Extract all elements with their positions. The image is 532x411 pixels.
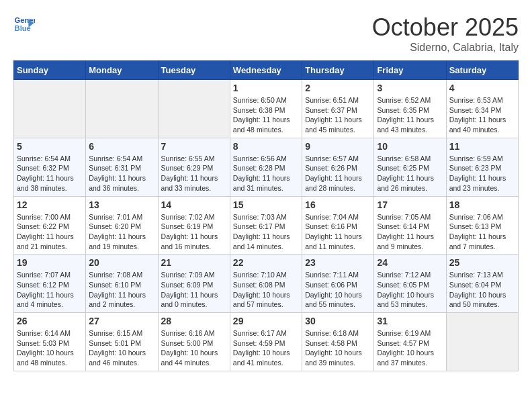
day-header-sunday: Sunday bbox=[14, 61, 86, 80]
calendar-cell: 20Sunrise: 7:08 AMSunset: 6:10 PMDayligh… bbox=[86, 255, 158, 313]
day-header-wednesday: Wednesday bbox=[230, 61, 302, 80]
day-header-friday: Friday bbox=[374, 61, 446, 80]
calendar-cell: 9Sunrise: 6:57 AMSunset: 6:26 PMDaylight… bbox=[302, 138, 374, 196]
day-info: Sunrise: 7:12 AMSunset: 6:05 PMDaylight:… bbox=[377, 270, 443, 310]
day-info: Sunrise: 6:19 AMSunset: 4:57 PMDaylight:… bbox=[377, 328, 443, 368]
day-number: 22 bbox=[233, 257, 299, 268]
calendar-cell: 8Sunrise: 6:56 AMSunset: 6:28 PMDaylight… bbox=[230, 138, 302, 196]
location: Siderno, Calabria, Italy bbox=[372, 42, 519, 54]
calendar-cell: 5Sunrise: 6:54 AMSunset: 6:32 PMDaylight… bbox=[14, 138, 86, 196]
day-info: Sunrise: 7:08 AMSunset: 6:10 PMDaylight:… bbox=[89, 270, 154, 310]
calendar-cell: 18Sunrise: 7:06 AMSunset: 6:13 PMDayligh… bbox=[446, 196, 518, 255]
calendar-cell: 15Sunrise: 7:03 AMSunset: 6:17 PMDayligh… bbox=[230, 196, 302, 255]
day-info: Sunrise: 6:53 AMSunset: 6:34 PMDaylight:… bbox=[449, 95, 515, 135]
day-number: 29 bbox=[233, 316, 299, 326]
calendar-cell: 26Sunrise: 6:14 AMSunset: 5:03 PMDayligh… bbox=[14, 313, 86, 371]
day-number: 12 bbox=[17, 199, 83, 210]
calendar-cell: 7Sunrise: 6:55 AMSunset: 6:29 PMDaylight… bbox=[158, 138, 230, 196]
day-number: 18 bbox=[449, 199, 515, 210]
day-number: 21 bbox=[161, 257, 227, 268]
page-header: General Blue October 2025 Siderno, Calab… bbox=[13, 13, 519, 54]
day-info: Sunrise: 6:52 AMSunset: 6:35 PMDaylight:… bbox=[377, 95, 443, 135]
calendar-cell bbox=[86, 80, 158, 138]
day-info: Sunrise: 6:57 AMSunset: 6:26 PMDaylight:… bbox=[305, 154, 371, 193]
day-number: 30 bbox=[305, 316, 371, 326]
calendar-cell: 13Sunrise: 7:01 AMSunset: 6:20 PMDayligh… bbox=[86, 196, 158, 255]
month-title: October 2025 bbox=[372, 13, 519, 42]
day-info: Sunrise: 7:09 AMSunset: 6:09 PMDaylight:… bbox=[161, 270, 227, 310]
day-info: Sunrise: 6:56 AMSunset: 6:28 PMDaylight:… bbox=[233, 154, 299, 193]
day-number: 2 bbox=[305, 83, 371, 93]
day-number: 9 bbox=[305, 141, 371, 152]
header-row: SundayMondayTuesdayWednesdayThursdayFrid… bbox=[14, 61, 519, 80]
calendar-cell: 21Sunrise: 7:09 AMSunset: 6:09 PMDayligh… bbox=[158, 255, 230, 313]
day-info: Sunrise: 7:06 AMSunset: 6:13 PMDaylight:… bbox=[449, 212, 515, 252]
day-header-thursday: Thursday bbox=[302, 61, 374, 80]
day-info: Sunrise: 6:17 AMSunset: 4:59 PMDaylight:… bbox=[233, 328, 299, 368]
day-info: Sunrise: 6:51 AMSunset: 6:37 PMDaylight:… bbox=[305, 95, 371, 135]
day-info: Sunrise: 6:15 AMSunset: 5:01 PMDaylight:… bbox=[89, 328, 154, 368]
day-info: Sunrise: 6:50 AMSunset: 6:38 PMDaylight:… bbox=[233, 95, 299, 135]
day-number: 13 bbox=[89, 199, 154, 210]
day-info: Sunrise: 6:58 AMSunset: 6:25 PMDaylight:… bbox=[377, 154, 443, 193]
day-info: Sunrise: 6:14 AMSunset: 5:03 PMDaylight:… bbox=[17, 328, 83, 368]
calendar-cell: 28Sunrise: 6:16 AMSunset: 5:00 PMDayligh… bbox=[158, 313, 230, 371]
day-info: Sunrise: 7:10 AMSunset: 6:08 PMDaylight:… bbox=[233, 270, 299, 310]
day-number: 25 bbox=[449, 257, 515, 268]
calendar-cell: 31Sunrise: 6:19 AMSunset: 4:57 PMDayligh… bbox=[374, 313, 446, 371]
calendar-table: SundayMondayTuesdayWednesdayThursdayFrid… bbox=[13, 60, 519, 371]
calendar-cell: 22Sunrise: 7:10 AMSunset: 6:08 PMDayligh… bbox=[230, 255, 302, 313]
day-number: 6 bbox=[89, 141, 154, 152]
day-number: 14 bbox=[161, 199, 227, 210]
calendar-cell: 11Sunrise: 6:59 AMSunset: 6:23 PMDayligh… bbox=[446, 138, 518, 196]
calendar-cell: 24Sunrise: 7:12 AMSunset: 6:05 PMDayligh… bbox=[374, 255, 446, 313]
calendar-cell: 27Sunrise: 6:15 AMSunset: 5:01 PMDayligh… bbox=[86, 313, 158, 371]
calendar-cell: 30Sunrise: 6:18 AMSunset: 4:58 PMDayligh… bbox=[302, 313, 374, 371]
week-row-4: 26Sunrise: 6:14 AMSunset: 5:03 PMDayligh… bbox=[14, 313, 519, 371]
day-number: 11 bbox=[449, 141, 515, 152]
calendar-cell bbox=[14, 80, 86, 138]
day-number: 19 bbox=[17, 257, 83, 268]
day-number: 31 bbox=[377, 316, 443, 326]
calendar-cell: 1Sunrise: 6:50 AMSunset: 6:38 PMDaylight… bbox=[230, 80, 302, 138]
week-row-2: 12Sunrise: 7:00 AMSunset: 6:22 PMDayligh… bbox=[14, 196, 519, 255]
calendar-cell: 29Sunrise: 6:17 AMSunset: 4:59 PMDayligh… bbox=[230, 313, 302, 371]
calendar-cell: 10Sunrise: 6:58 AMSunset: 6:25 PMDayligh… bbox=[374, 138, 446, 196]
calendar-cell: 17Sunrise: 7:05 AMSunset: 6:14 PMDayligh… bbox=[374, 196, 446, 255]
logo: General Blue bbox=[13, 13, 35, 35]
calendar-cell: 16Sunrise: 7:04 AMSunset: 6:16 PMDayligh… bbox=[302, 196, 374, 255]
day-info: Sunrise: 7:04 AMSunset: 6:16 PMDaylight:… bbox=[305, 212, 371, 252]
day-number: 1 bbox=[233, 83, 299, 93]
day-info: Sunrise: 6:16 AMSunset: 5:00 PMDaylight:… bbox=[161, 328, 227, 368]
day-info: Sunrise: 7:03 AMSunset: 6:17 PMDaylight:… bbox=[233, 212, 299, 252]
day-number: 7 bbox=[161, 141, 227, 152]
day-number: 20 bbox=[89, 257, 154, 268]
day-number: 5 bbox=[17, 141, 83, 152]
calendar-cell: 25Sunrise: 7:13 AMSunset: 6:04 PMDayligh… bbox=[446, 255, 518, 313]
day-info: Sunrise: 6:18 AMSunset: 4:58 PMDaylight:… bbox=[305, 328, 371, 368]
calendar-cell: 23Sunrise: 7:11 AMSunset: 6:06 PMDayligh… bbox=[302, 255, 374, 313]
day-info: Sunrise: 7:07 AMSunset: 6:12 PMDaylight:… bbox=[17, 270, 83, 310]
week-row-3: 19Sunrise: 7:07 AMSunset: 6:12 PMDayligh… bbox=[14, 255, 519, 313]
day-header-monday: Monday bbox=[86, 61, 158, 80]
day-number: 8 bbox=[233, 141, 299, 152]
day-info: Sunrise: 6:54 AMSunset: 6:32 PMDaylight:… bbox=[17, 154, 83, 193]
day-header-tuesday: Tuesday bbox=[158, 61, 230, 80]
calendar-cell bbox=[158, 80, 230, 138]
day-number: 3 bbox=[377, 83, 443, 93]
svg-text:Blue: Blue bbox=[15, 24, 31, 32]
day-number: 10 bbox=[377, 141, 443, 152]
calendar-cell: 4Sunrise: 6:53 AMSunset: 6:34 PMDaylight… bbox=[446, 80, 518, 138]
week-row-0: 1Sunrise: 6:50 AMSunset: 6:38 PMDaylight… bbox=[14, 80, 519, 138]
day-number: 28 bbox=[161, 316, 227, 326]
title-block: October 2025 Siderno, Calabria, Italy bbox=[372, 13, 519, 54]
day-number: 23 bbox=[305, 257, 371, 268]
day-number: 15 bbox=[233, 199, 299, 210]
calendar-cell: 2Sunrise: 6:51 AMSunset: 6:37 PMDaylight… bbox=[302, 80, 374, 138]
day-info: Sunrise: 7:05 AMSunset: 6:14 PMDaylight:… bbox=[377, 212, 443, 252]
calendar-header: SundayMondayTuesdayWednesdayThursdayFrid… bbox=[14, 61, 519, 80]
calendar-cell: 19Sunrise: 7:07 AMSunset: 6:12 PMDayligh… bbox=[14, 255, 86, 313]
calendar-cell: 12Sunrise: 7:00 AMSunset: 6:22 PMDayligh… bbox=[14, 196, 86, 255]
day-header-saturday: Saturday bbox=[446, 61, 518, 80]
day-number: 4 bbox=[449, 83, 515, 93]
